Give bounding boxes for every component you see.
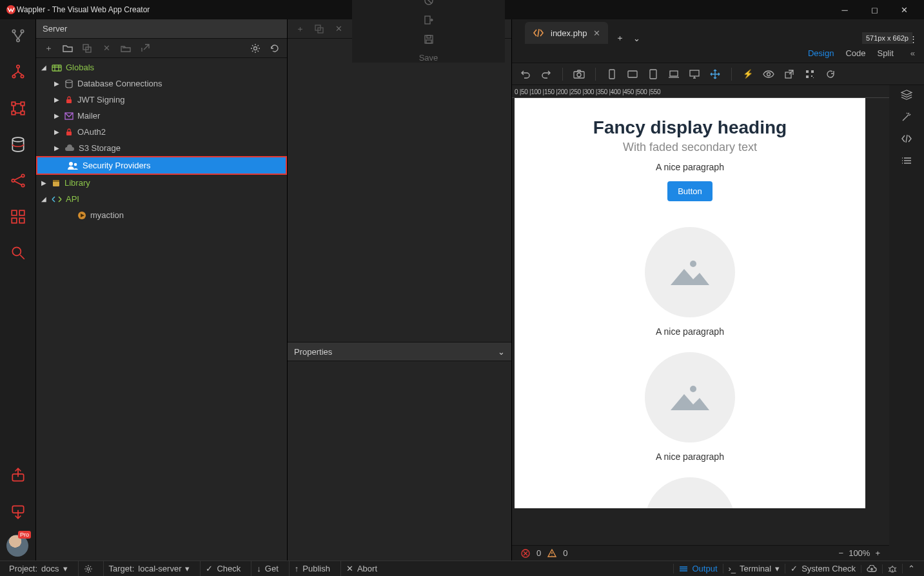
- qr-icon[interactable]: [804, 68, 816, 80]
- status-target[interactable]: Target: local-server ▾: [103, 561, 195, 576]
- view-tab-split[interactable]: Split: [877, 48, 893, 58]
- open-folder-icon[interactable]: [120, 43, 132, 54]
- svg-point-32: [74, 163, 77, 166]
- tree-item-jwt[interactable]: ▶ JWT Signing: [36, 92, 287, 108]
- status-project[interactable]: Project: docs ▾: [4, 561, 73, 576]
- delete-step-icon[interactable]: ✕: [333, 23, 344, 35]
- svg-rect-8: [21, 102, 24, 105]
- device-desktop-icon[interactable]: [689, 68, 700, 80]
- zoom-in-button[interactable]: +: [875, 548, 880, 558]
- reload-icon[interactable]: [825, 68, 836, 80]
- twisty-down-icon: ◢: [40, 64, 48, 71]
- minimize-button[interactable]: ─: [830, 0, 860, 19]
- code-brackets-icon[interactable]: [901, 133, 912, 144]
- block-icon[interactable]: [423, 0, 435, 6]
- rail-branch-icon[interactable]: [5, 59, 31, 85]
- user-avatar[interactable]: Pro: [6, 535, 28, 557]
- layers-icon[interactable]: [901, 89, 912, 101]
- status-bug-icon[interactable]: [882, 564, 902, 573]
- tree-item-api[interactable]: ◢ API: [36, 191, 287, 207]
- status-terminal[interactable]: ›_Terminal▾: [723, 564, 785, 573]
- tree-item-myaction[interactable]: myaction: [36, 207, 287, 223]
- list-icon[interactable]: [901, 155, 912, 166]
- move-icon[interactable]: [709, 68, 721, 80]
- share-out-icon[interactable]: [139, 43, 151, 54]
- image-placeholder-icon: [645, 477, 735, 508]
- save-label[interactable]: Save: [419, 53, 438, 63]
- tree-item-mailer[interactable]: ▶ Mailer: [36, 108, 287, 124]
- warning-count-icon[interactable]: [547, 549, 556, 557]
- svg-point-25: [254, 46, 257, 50]
- svg-point-44: [577, 73, 581, 77]
- run-out-icon[interactable]: [423, 14, 435, 26]
- status-publish[interactable]: ↑Publish: [289, 561, 335, 576]
- rail-share-icon[interactable]: [5, 168, 31, 194]
- svg-rect-28: [66, 99, 72, 103]
- status-output[interactable]: Output: [673, 564, 722, 573]
- status-abort[interactable]: ✕Abort: [340, 561, 382, 576]
- new-tab-icon[interactable]: ＋: [616, 32, 624, 44]
- design-canvas[interactable]: Fancy display heading With faded seconda…: [515, 98, 865, 508]
- redo-icon[interactable]: [540, 68, 552, 80]
- add-step-icon[interactable]: ＋: [294, 23, 306, 35]
- rail-workflow-icon[interactable]: [5, 95, 31, 121]
- tree-item-security-providers[interactable]: Security Providers: [37, 157, 286, 174]
- canvas-card: A nice paragraph: [527, 227, 852, 337]
- tab-dropdown-icon[interactable]: ⌄: [633, 34, 640, 43]
- editor-tab[interactable]: index.php ✕: [525, 22, 608, 44]
- status-check[interactable]: ✓Check: [200, 561, 246, 576]
- rail-search-icon[interactable]: [5, 240, 31, 266]
- status-get[interactable]: ↓Get: [251, 561, 283, 576]
- camera-icon[interactable]: [573, 68, 585, 80]
- status-system-check[interactable]: ✓System Check: [785, 564, 861, 573]
- tree-item-globals[interactable]: ◢ Globals: [36, 59, 287, 75]
- folder-icon[interactable]: [62, 43, 74, 54]
- delete-icon[interactable]: ✕: [101, 43, 112, 54]
- properties-header[interactable]: Properties ⌄: [288, 342, 511, 361]
- tree-item-library[interactable]: ▶ Library: [36, 175, 287, 191]
- twisty-right-icon: ▶: [53, 144, 61, 152]
- rail-extensions-icon[interactable]: [5, 204, 31, 230]
- maximize-button[interactable]: ◻: [860, 0, 889, 19]
- rail-import-icon[interactable]: [5, 499, 31, 524]
- copy-icon[interactable]: [81, 43, 93, 54]
- device-tablet-p-icon[interactable]: [647, 68, 659, 80]
- svg-point-6: [21, 75, 23, 77]
- tab-close-icon[interactable]: ✕: [593, 28, 600, 38]
- undo-icon[interactable]: [520, 68, 531, 80]
- tree-item-oauth[interactable]: ▶ OAuth2: [36, 124, 287, 140]
- view-tab-design[interactable]: Design: [808, 48, 834, 58]
- canvas-size-badge: 571px x 662p: [862, 32, 912, 44]
- eye-icon[interactable]: [763, 68, 774, 80]
- close-window-button[interactable]: ✕: [889, 0, 919, 19]
- add-icon[interactable]: ＋: [43, 43, 54, 54]
- error-count-icon[interactable]: [521, 549, 530, 558]
- device-laptop-icon[interactable]: [668, 68, 680, 80]
- rail-export-icon[interactable]: [5, 462, 31, 488]
- popout-icon[interactable]: [783, 68, 795, 80]
- collapse-panel-icon[interactable]: «: [910, 48, 915, 58]
- rail-git-icon[interactable]: [5, 23, 31, 49]
- tree-item-s3[interactable]: ▶ S3 Storage: [36, 140, 287, 156]
- svg-point-27: [66, 80, 72, 83]
- wand-icon[interactable]: [901, 111, 912, 123]
- status-cloud-icon[interactable]: [861, 565, 882, 573]
- device-mobile-icon[interactable]: [606, 68, 618, 80]
- device-tablet-icon[interactable]: [627, 68, 638, 80]
- app-logo-icon: [5, 4, 17, 15]
- svg-rect-45: [609, 70, 614, 79]
- status-collapse-icon[interactable]: ⌃: [902, 564, 920, 573]
- view-tab-code[interactable]: Code: [845, 48, 865, 58]
- tree-item-db-connections[interactable]: ▶ Database Connections: [36, 75, 287, 92]
- status-project-settings[interactable]: [78, 561, 98, 576]
- svg-point-50: [767, 72, 771, 75]
- zap-icon[interactable]: ⚡: [742, 68, 754, 80]
- zoom-out-button[interactable]: −: [839, 548, 844, 558]
- copy-step-icon[interactable]: [313, 23, 325, 35]
- rail-database-icon[interactable]: [5, 132, 31, 157]
- tree-label: JWT Signing: [77, 95, 124, 104]
- canvas-button[interactable]: Button: [667, 181, 713, 201]
- svg-point-19: [12, 247, 21, 255]
- gear-icon[interactable]: [250, 43, 261, 54]
- refresh-icon[interactable]: [269, 43, 280, 54]
